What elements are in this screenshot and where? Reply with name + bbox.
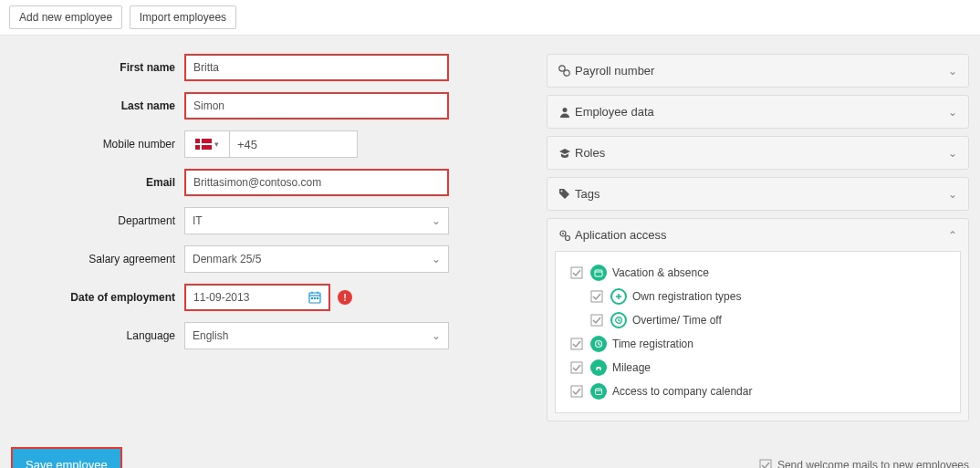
salary-label: Salary agreement [11, 253, 184, 265]
last-name-value: Simon [193, 99, 440, 112]
chevron-down-icon: ⌄ [432, 329, 441, 342]
chevron-down-icon: ⌄ [432, 214, 441, 227]
gears-icon [558, 229, 575, 242]
save-employee-button[interactable]: Save employee [11, 447, 122, 468]
calendar-solid-icon [590, 265, 607, 281]
welcome-mail-label: Send welcome mails to new employees [777, 459, 969, 469]
first-name-input[interactable]: Britta [184, 54, 449, 81]
salary-value: Denmark 25/5 [193, 253, 432, 265]
money-icon [558, 65, 575, 78]
phone-prefix-value: +45 [237, 138, 257, 151]
last-name-label: Last name [11, 99, 184, 112]
svg-rect-20 [591, 291, 602, 302]
svg-point-13 [561, 190, 563, 192]
email-value: Brittasimon@contoso.com [193, 176, 440, 189]
import-employees-button[interactable]: Import employees [130, 5, 236, 29]
vacation-label: Vacation & absence [612, 266, 709, 279]
svg-rect-2 [195, 143, 212, 145]
department-value: IT [193, 214, 432, 227]
first-name-label: First name [11, 61, 184, 74]
date-of-employment-input[interactable]: 11-09-2013 [184, 284, 330, 311]
own-reg-checkbox[interactable] [590, 290, 603, 303]
panel-roles-title: Roles [575, 146, 948, 160]
car-icon [590, 359, 607, 376]
panel-payroll-title: Payroll number [575, 64, 948, 78]
time-reg-label: Time registration [612, 338, 693, 350]
country-code-selector[interactable]: ▾ [184, 130, 230, 158]
calendar-day-icon [590, 383, 607, 400]
phone-prefix-input[interactable]: +45 [230, 130, 358, 158]
panel-roles[interactable]: Roles ⌄ [547, 136, 969, 170]
mobile-label: Mobile number [11, 138, 184, 151]
svg-point-15 [562, 233, 564, 234]
svg-point-28 [596, 369, 598, 370]
svg-rect-18 [595, 270, 602, 276]
own-reg-label: Own registration types [632, 290, 741, 303]
overtime-checkbox[interactable] [590, 314, 603, 327]
first-name-value: Britta [193, 61, 440, 74]
panel-employee-data-title: Employee data [575, 105, 948, 119]
language-label: Language [11, 329, 184, 342]
panel-application-access-header[interactable]: Aplication access ⌃ [547, 219, 968, 251]
overtime-label: Overtime/ Time off [632, 314, 722, 327]
panel-employee-data[interactable]: Employee data ⌄ [547, 95, 969, 129]
denmark-flag-icon [195, 139, 212, 150]
svg-rect-8 [314, 297, 316, 299]
tags-icon [558, 188, 575, 201]
time-reg-checkbox[interactable] [570, 338, 583, 350]
doe-label: Date of employment [11, 291, 184, 304]
doe-value: 11-09-2013 [193, 291, 308, 304]
svg-point-12 [563, 108, 568, 112]
error-icon: ! [338, 290, 352, 305]
svg-rect-23 [591, 315, 602, 326]
svg-rect-9 [317, 297, 318, 299]
chevron-down-icon: ⌄ [948, 106, 957, 119]
svg-point-11 [564, 69, 569, 75]
clock-solid-icon [590, 336, 607, 352]
panel-application-access-title: Aplication access [575, 228, 948, 242]
welcome-mail-checkbox[interactable] [759, 459, 772, 469]
svg-rect-31 [596, 389, 602, 395]
panel-tags-title: Tags [575, 187, 948, 201]
chevron-down-icon: ⌄ [948, 147, 957, 160]
vacation-checkbox[interactable] [570, 266, 583, 279]
graduation-cap-icon [558, 147, 575, 160]
clock-outline-icon [610, 312, 627, 328]
salary-agreement-select[interactable]: Denmark 25/5 ⌄ [184, 245, 449, 273]
svg-rect-30 [571, 386, 582, 397]
chevron-up-icon: ⌃ [948, 229, 957, 242]
add-new-employee-button[interactable]: Add new employee [9, 5, 122, 29]
user-icon [558, 106, 575, 119]
department-label: Department [11, 214, 184, 227]
calendar-access-label: Access to company calendar [612, 385, 752, 398]
svg-rect-27 [571, 362, 582, 373]
language-value: English [193, 329, 432, 342]
svg-point-16 [566, 235, 570, 240]
panel-application-access: Aplication access ⌃ Vacation & absence O… [547, 218, 969, 421]
mileage-label: Mileage [612, 361, 651, 374]
plus-circle-icon [610, 288, 627, 305]
chevron-down-icon: ⌄ [432, 253, 441, 265]
svg-rect-25 [571, 338, 582, 349]
email-input[interactable]: Brittasimon@contoso.com [184, 169, 449, 196]
calendar-access-checkbox[interactable] [570, 385, 583, 398]
mileage-checkbox[interactable] [570, 361, 583, 374]
email-label: Email [11, 176, 184, 189]
caret-down-icon: ▾ [214, 140, 219, 149]
chevron-down-icon: ⌄ [948, 65, 957, 78]
chevron-down-icon: ⌄ [948, 188, 957, 201]
svg-rect-17 [571, 267, 582, 278]
svg-point-10 [559, 65, 565, 70]
panel-payroll[interactable]: Payroll number ⌄ [547, 54, 969, 88]
calendar-icon[interactable] [308, 291, 321, 304]
department-select[interactable]: IT ⌄ [184, 207, 449, 234]
language-select[interactable]: English ⌄ [184, 322, 449, 349]
last-name-input[interactable]: Simon [184, 92, 449, 120]
panel-tags[interactable]: Tags ⌄ [547, 177, 969, 211]
svg-point-29 [599, 369, 601, 370]
svg-rect-7 [311, 297, 313, 299]
